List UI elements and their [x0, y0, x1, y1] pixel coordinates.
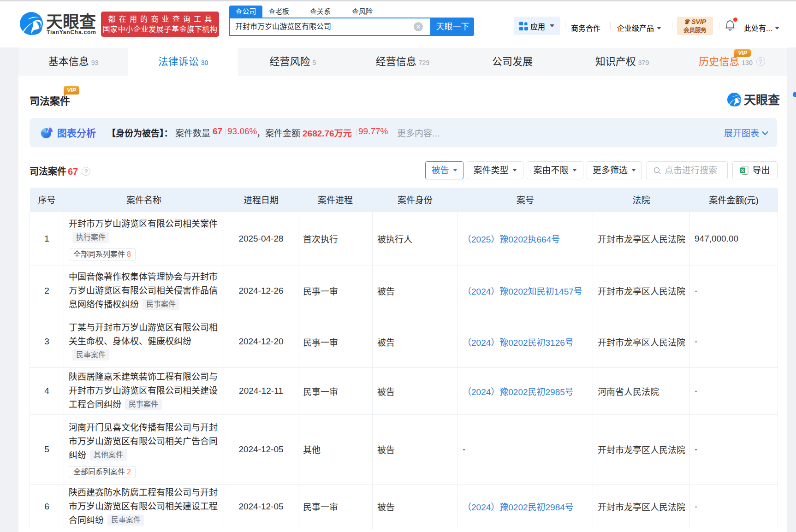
svg-text:X: X [741, 168, 744, 173]
